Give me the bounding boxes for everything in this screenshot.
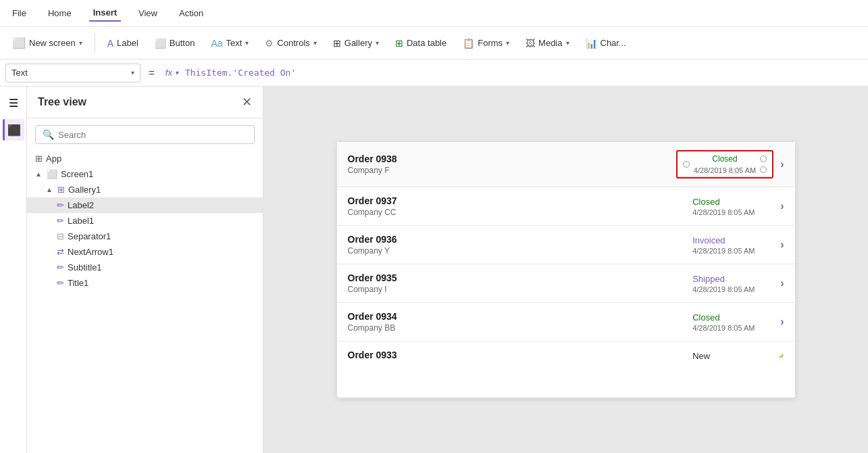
menu-bar: File Home Insert View Action [0, 0, 868, 27]
label1-label: Label1 [68, 216, 94, 226]
row-company-0935: Company I [348, 285, 686, 294]
formula-input[interactable] [185, 68, 863, 78]
tree-item-separator1[interactable]: ⊟ Separator1 [27, 229, 263, 244]
row-arrow-0937[interactable]: › [780, 200, 784, 212]
property-dropdown-chevron: ▾ [131, 69, 134, 76]
tree-item-label2[interactable]: ✏ Label2 [27, 197, 263, 213]
controls-icon: ⚙ [265, 38, 274, 49]
layers-button[interactable]: ⬛ [3, 119, 24, 141]
row-status-group-0934: Closed 4/28/2019 8:05 AM [692, 312, 773, 332]
connector-circle-left [683, 161, 690, 168]
label-btn-label: Label [117, 38, 138, 48]
gallery-icon-2: ⊞ [57, 185, 65, 195]
row-arrow-0935[interactable]: › [780, 277, 784, 289]
row-date-0934: 4/28/2019 8:05 AM [692, 324, 773, 332]
row-title-0936: Order 0936 [348, 234, 686, 245]
text-button[interactable]: Aa Text ▾ [204, 34, 255, 52]
datatable-icon: ⊞ [395, 38, 403, 49]
gallery-btn-label: Gallery [344, 38, 372, 48]
label-button[interactable]: A Label [101, 34, 145, 52]
gallery-row-0937[interactable]: Order 0937 Company CC Closed 4/28/2019 8… [337, 187, 795, 226]
property-dropdown[interactable]: Text ▾ [5, 64, 141, 82]
toolbar: ⬜ New screen ▾ A Label ⬜ Button Aa Text … [0, 27, 868, 59]
fx-chevron: ▾ [175, 69, 178, 76]
gallery-row-0938[interactable]: Order 0938 Company F Closed 4/28/2019 8:… [337, 142, 795, 187]
app-icon: ⊞ [35, 153, 43, 164]
separator-icon: ⊟ [57, 231, 64, 241]
tree-item-nextarrow1[interactable]: ⇄ NextArrow1 [27, 244, 263, 260]
subtitle1-label: Subtitle1 [68, 262, 102, 272]
chart-button[interactable]: 📊 Char... [579, 34, 633, 52]
fx-label: fx [165, 68, 172, 78]
row-status-0935: Shipped [692, 274, 773, 284]
tree-item-label1[interactable]: ✏ Label1 [27, 213, 263, 229]
gallery-row-0935[interactable]: Order 0935 Company I Shipped 4/28/2019 8… [337, 264, 795, 303]
gallery-card: Order 0938 Company F Closed 4/28/2019 8:… [336, 141, 796, 398]
gallery-button[interactable]: ⊞ Gallery ▾ [326, 34, 386, 52]
row-arrow-0938[interactable]: › [780, 158, 784, 170]
menu-action[interactable]: Action [175, 5, 207, 21]
expand-icon: ▲ [35, 170, 42, 178]
datatable-btn-label: Data table [407, 38, 446, 48]
datatable-button[interactable]: ⊞ Data table [388, 34, 453, 52]
row-status-group-0936: Invoiced 4/28/2019 8:05 AM [692, 235, 773, 255]
status-text-0938: Closed [712, 154, 737, 164]
controls-button[interactable]: ⚙ Controls ▾ [258, 34, 323, 52]
search-icon: 🔍 [43, 129, 54, 140]
tree-item-title1[interactable]: ✏ Title1 [27, 275, 263, 291]
row-arrow-0933[interactable]: › [777, 350, 788, 361]
button-button[interactable]: ⬜ Button [148, 34, 202, 52]
text-icon: Aa [211, 38, 222, 49]
row-info-0937: Order 0937 Company CC [348, 195, 686, 217]
row-arrow-0936[interactable]: › [780, 239, 784, 251]
search-input[interactable] [58, 130, 247, 140]
main-layout: ☰ ⬛ Tree view ✕ 🔍 ⊞ App ▲ ⬜ Screen1 [0, 87, 868, 453]
hamburger-menu-button[interactable]: ☰ [3, 92, 24, 114]
tree-item-screen1[interactable]: ▲ ⬜ Screen1 [27, 166, 263, 182]
tree-title: Tree view [38, 96, 86, 108]
gallery-row-0934[interactable]: Order 0934 Company BB Closed 4/28/2019 8… [337, 303, 795, 341]
new-screen-label: New screen [29, 38, 76, 48]
tree-search-box[interactable]: 🔍 [35, 125, 255, 144]
label1-icon: ✏ [57, 216, 64, 226]
row-status-0937: Closed [692, 197, 773, 207]
row-date-0936: 4/28/2019 8:05 AM [692, 247, 773, 255]
tree-item-app[interactable]: ⊞ App [27, 151, 263, 166]
row-arrow-0934[interactable]: › [780, 316, 784, 328]
label2-icon: ✏ [57, 200, 64, 210]
tree-item-subtitle1[interactable]: ✏ Subtitle1 [27, 260, 263, 275]
fx-indicator: fx ▾ [163, 68, 181, 78]
tree-item-gallery1[interactable]: ▲ ⊞ Gallery1 [27, 182, 263, 197]
menu-file[interactable]: File [8, 5, 30, 21]
tree-panel: Tree view ✕ 🔍 ⊞ App ▲ ⬜ Screen1 ▲ ⊞ G [27, 87, 263, 453]
date-text-0938: 4/28/2019 8:05 AM [694, 166, 756, 174]
row-title-0934: Order 0934 [348, 311, 686, 322]
media-button[interactable]: 🖼 Media ▾ [519, 34, 576, 52]
row-info-0933: Order 0933 [348, 350, 686, 362]
gallery-row-0933[interactable]: Order 0933 New › [337, 341, 795, 370]
gallery-row-0936[interactable]: Order 0936 Company Y Invoiced 4/28/2019 … [337, 226, 795, 264]
row-company-0938: Company F [348, 166, 669, 175]
label2-label: Label2 [68, 200, 94, 210]
chevron-down-icon-6: ▾ [566, 39, 569, 47]
row-title-0933: Order 0933 [348, 350, 686, 360]
chevron-down-icon-2: ▾ [245, 39, 249, 47]
formula-bar: Text ▾ = fx ▾ [0, 59, 868, 87]
row-status-group-0933: New [692, 351, 773, 361]
media-icon: 🖼 [526, 38, 535, 49]
menu-home[interactable]: Home [44, 5, 76, 21]
tree-close-button[interactable]: ✕ [242, 95, 252, 110]
row-title-0937: Order 0937 [348, 195, 686, 206]
menu-insert[interactable]: Insert [89, 5, 121, 22]
chevron-down-icon-4: ▾ [376, 39, 379, 47]
row-status-0936: Invoiced [692, 235, 773, 245]
title-icon: ✏ [57, 278, 64, 288]
menu-view[interactable]: View [134, 5, 161, 21]
text-btn-label: Text [226, 38, 242, 48]
row-title-0938: Order 0938 [348, 153, 669, 164]
chevron-down-icon: ▾ [79, 39, 82, 47]
forms-button[interactable]: 📋 Forms ▾ [456, 34, 516, 52]
connector-circle-top-right [760, 156, 767, 162]
new-screen-button[interactable]: ⬜ New screen ▾ [5, 33, 89, 53]
button-icon: ⬜ [155, 38, 166, 49]
